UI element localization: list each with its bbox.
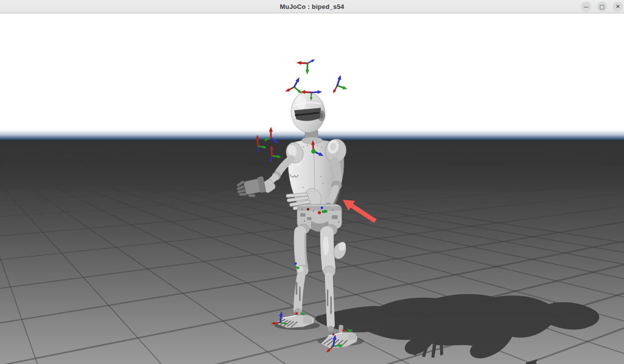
close-button[interactable]: ✕ (613, 1, 623, 12)
right-ankle-marker-red (342, 329, 345, 332)
window-titlebar[interactable]: MuJoCo : biped_s54 — □ ✕ (0, 0, 624, 13)
maximize-icon: □ (599, 1, 604, 12)
3d-viewport[interactable] (0, 13, 624, 364)
pelvis-marker-darkred (307, 208, 309, 210)
minimize-icon: — (583, 1, 589, 12)
close-icon: ✕ (616, 1, 620, 12)
pelvis-marker-blue (320, 206, 323, 209)
axis-y-arrow (312, 149, 316, 154)
knee-marker-blue (295, 263, 297, 265)
right-foot-marker-red (332, 333, 334, 335)
maximize-button[interactable]: □ (597, 1, 607, 12)
mujoco-window: MuJoCo : biped_s54 — □ ✕ (0, 0, 624, 364)
left-ankle-marker-red (295, 312, 298, 315)
window-title: MuJoCo : biped_s54 (280, 3, 344, 10)
pelvis-marker-red (318, 211, 321, 214)
minimize-button[interactable]: — (581, 1, 591, 12)
window-controls: — □ ✕ (581, 0, 624, 13)
